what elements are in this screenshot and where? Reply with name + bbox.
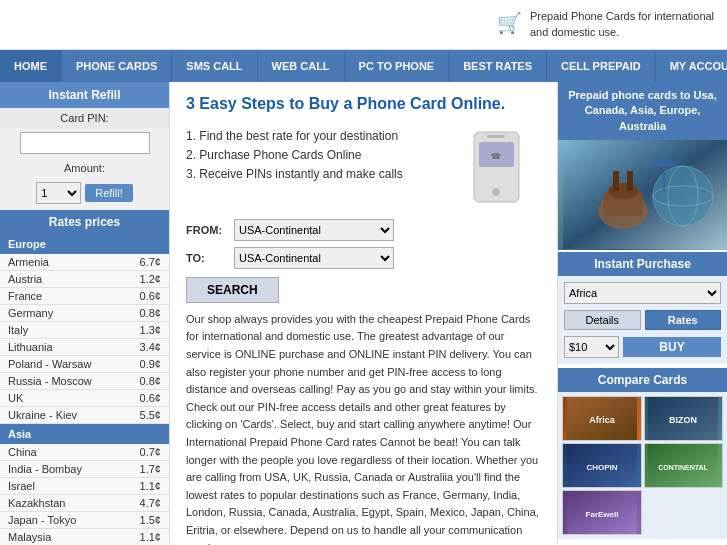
description-paragraph: Our shop always provides you with the ch…: [186, 311, 541, 545]
rate-lithuania[interactable]: Lithuania3.4¢: [0, 339, 169, 356]
buy-row: $5 $10 $20 $50 BUY: [564, 336, 721, 358]
nav-phone-cards[interactable]: PHONE CARDS: [62, 50, 172, 82]
promo-svg: [563, 141, 723, 249]
amount-row: 12510 Refill!: [0, 182, 169, 204]
from-row: FROM: USA-Continental Canada UK: [186, 219, 541, 241]
rate-malaysia[interactable]: Malaysia1.1¢: [0, 529, 169, 545]
card-thumb-bizon[interactable]: BIZON: [644, 396, 724, 441]
top-header: 🛒 Prepaid Phone Cards for international …: [0, 0, 727, 50]
nav-cell-prepaid[interactable]: CELL PREPAID: [547, 50, 656, 82]
svg-rect-9: [613, 171, 619, 191]
svg-text:Africa: Africa: [589, 415, 616, 425]
svg-point-8: [608, 183, 638, 199]
card-thumbnails: Africa BIZON CHOPIN: [558, 392, 727, 539]
amount-label: Amount:: [0, 158, 169, 178]
rate-india-bombay[interactable]: India - Bombay1.7¢: [0, 461, 169, 478]
phone-image: ☎: [451, 127, 541, 207]
from-label: FROM:: [186, 224, 226, 236]
header-tagline: Prepaid Phone Cards for international an…: [530, 9, 717, 40]
step-2: 2. Purchase Phone Cards Online: [186, 146, 435, 165]
detail-rates-row: Details Rates: [564, 310, 721, 330]
card-thumb-africa[interactable]: Africa: [562, 396, 642, 441]
svg-text:CONTINENTAL: CONTINENTAL: [658, 464, 708, 471]
right-sidebar: Prepaid phone cards to Usa, Canada, Asia…: [557, 82, 727, 545]
nav-best-rates[interactable]: BEST RATES: [449, 50, 547, 82]
rates-button[interactable]: Rates: [645, 310, 722, 330]
price-select[interactable]: $5 $10 $20 $50: [564, 336, 619, 358]
card-pin-label: Card PIN:: [0, 108, 169, 128]
phone-svg: ☎: [459, 127, 534, 207]
rate-italy[interactable]: Italy1.3¢: [0, 322, 169, 339]
left-sidebar: Instant Refill Card PIN: Amount: 12510 R…: [0, 82, 170, 545]
description-text: Our shop always provides you with the ch…: [186, 311, 541, 545]
cart-icon: 🛒: [497, 9, 522, 37]
rate-poland-warsaw[interactable]: Poland - Warsaw0.9¢: [0, 356, 169, 373]
rates-prices-title: Rates prices: [0, 210, 169, 234]
card-pin-input[interactable]: [20, 132, 150, 154]
header-tagline-area: 🛒 Prepaid Phone Cards for international …: [497, 9, 717, 40]
svg-text:CHOPIN: CHOPIN: [586, 463, 617, 472]
page-title: 3 Easy Steps to Buy a Phone Card Online.: [186, 94, 541, 115]
navbar: HOME PHONE CARDS SMS CALL WEB CALL PC TO…: [0, 50, 727, 82]
rate-germany[interactable]: Germany0.8¢: [0, 305, 169, 322]
nav-sms-call[interactable]: SMS CALL: [172, 50, 257, 82]
svg-text:☎: ☎: [491, 152, 501, 161]
svg-text:BIZON: BIZON: [669, 415, 697, 425]
svg-point-2: [492, 188, 500, 196]
compare-cards-title: Compare Cards: [558, 368, 727, 392]
rate-japan-tokyo[interactable]: Japan - Tokyo1.5¢: [0, 512, 169, 529]
buy-button[interactable]: BUY: [623, 337, 721, 357]
step-1: 1. Find the best rate for your destinati…: [186, 127, 435, 146]
region-europe: Europe: [0, 234, 169, 254]
refill-button[interactable]: Refill!: [85, 184, 133, 202]
svg-text:FarEwell: FarEwell: [585, 510, 618, 519]
svg-rect-3: [487, 135, 505, 138]
promo-image: [558, 140, 727, 250]
search-button[interactable]: SEARCH: [186, 277, 279, 303]
to-label: TO:: [186, 252, 226, 264]
rate-ukraine-kiev[interactable]: Ukraine - Kiev5.5¢: [0, 407, 169, 424]
center-content: 3 Easy Steps to Buy a Phone Card Online.…: [170, 82, 557, 545]
svg-rect-10: [627, 171, 633, 191]
rate-israel[interactable]: Israel1.1¢: [0, 478, 169, 495]
nav-my-account[interactable]: MY ACCOUNT: [656, 50, 727, 82]
rate-kazakhstan[interactable]: Kazakhstan4.7¢: [0, 495, 169, 512]
rate-china[interactable]: China0.7¢: [0, 444, 169, 461]
nav-home[interactable]: HOME: [0, 50, 62, 82]
instant-refill-title: Instant Refill: [0, 82, 169, 108]
nav-web-call[interactable]: WEB CALL: [258, 50, 345, 82]
instant-purchase-title: Instant Purchase: [558, 252, 727, 276]
card-thumb-chopin[interactable]: CHOPIN: [562, 443, 642, 488]
from-select[interactable]: USA-Continental Canada UK: [234, 219, 394, 241]
steps-section: 1. Find the best rate for your destinati…: [186, 127, 541, 207]
steps-text: 1. Find the best rate for your destinati…: [186, 127, 435, 207]
main-layout: Instant Refill Card PIN: Amount: 12510 R…: [0, 82, 727, 545]
to-select[interactable]: USA-Continental Canada France Germany UK: [234, 247, 394, 269]
step-3: 3. Receive PINs instantly and make calls: [186, 165, 435, 184]
rate-france[interactable]: France0.6¢: [0, 288, 169, 305]
continent-select[interactable]: Africa Asia Europe North America South A…: [564, 282, 721, 304]
svg-point-11: [653, 166, 713, 226]
instant-purchase-body: Africa Asia Europe North America South A…: [558, 276, 727, 364]
rate-uk[interactable]: UK0.6¢: [0, 390, 169, 407]
region-asia: Asia: [0, 424, 169, 444]
nav-pc-to-phone[interactable]: PC TO PHONE: [345, 50, 450, 82]
card-thumb-continental[interactable]: CONTINENTAL: [644, 443, 724, 488]
rate-russia-moscow[interactable]: Russia - Moscow0.8¢: [0, 373, 169, 390]
rate-armenia[interactable]: Armenia6.7¢: [0, 254, 169, 271]
amount-select[interactable]: 12510: [36, 182, 81, 204]
details-button[interactable]: Details: [564, 310, 641, 330]
to-row: TO: USA-Continental Canada France German…: [186, 247, 541, 269]
card-thumb-farewell[interactable]: FarEwell: [562, 490, 642, 535]
promo-text: Prepaid phone cards to Usa, Canada, Asia…: [558, 82, 727, 140]
rate-austria[interactable]: Austria1.2¢: [0, 271, 169, 288]
